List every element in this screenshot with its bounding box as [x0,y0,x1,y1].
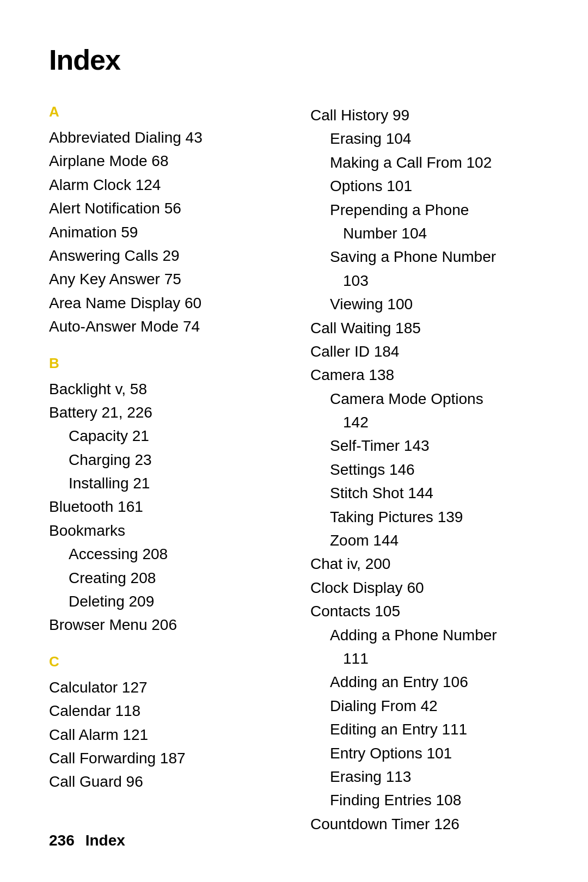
list-item: Deleting 209 [49,590,278,613]
list-item: Zoom 144 [310,529,539,552]
list-item: Erasing 113 [310,765,539,788]
list-item: Answering Calls 29 [49,244,278,267]
list-item: Capacity 21 [49,424,278,448]
list-item: Settings 146 [310,458,539,481]
list-item: Installing 21 [49,471,278,495]
list-item: Bookmarks [49,519,278,542]
list-item: Call Guard 96 [49,770,278,793]
list-item: Dialing From 42 [310,694,539,718]
list-item: 111 [310,647,539,670]
list-item: Call Alarm 121 [49,723,278,746]
list-item: Finding Entries 108 [310,788,539,812]
list-item: Abbreviated Dialing 43 [49,126,278,149]
page-title: Index [49,44,539,76]
page: Index AAbbreviated Dialing 43Airplane Mo… [0,0,588,882]
list-item: Stitch Shot 144 [310,481,539,505]
list-item: Call History 99 [310,103,539,127]
list-item: Self-Timer 143 [310,434,539,457]
section-letter-b: B [49,355,278,372]
footer-label: Index [85,832,125,849]
list-item: Taking Pictures 139 [310,505,539,529]
list-item: Backlight v, 58 [49,377,278,401]
list-item: Calendar 118 [49,699,278,722]
footer-page-number: 236 [49,832,75,849]
list-item: Calculator 127 [49,676,278,699]
list-item: Chat iv, 200 [310,552,539,575]
list-item: Camera Mode Options [310,387,539,411]
list-item: Alarm Clock 124 [49,173,278,197]
list-item: Caller ID 184 [310,340,539,363]
list-item: Making a Call From 102 [310,151,539,174]
list-item: Number 104 [310,222,539,245]
list-item: Call Waiting 185 [310,316,539,340]
list-item: Browser Menu 206 [49,613,278,636]
list-item: Auto-Answer Mode 74 [49,315,278,338]
content-columns: AAbbreviated Dialing 43Airplane Mode 68A… [49,103,539,836]
footer: 236 Index [49,832,539,849]
list-item: Airplane Mode 68 [49,149,278,173]
section-letter-c: C [49,653,278,670]
list-item: Area Name Display 60 [49,291,278,315]
list-item: Any Key Answer 75 [49,267,278,291]
list-item: Editing an Entry 111 [310,718,539,741]
list-item: 142 [310,411,539,434]
list-item: Contacts 105 [310,599,539,623]
list-item: Bluetooth 161 [49,495,278,518]
list-item: Clock Display 60 [310,576,539,599]
list-item: Erasing 104 [310,127,539,150]
list-item: Charging 23 [49,448,278,471]
list-item: Saving a Phone Number [310,245,539,268]
section-letter-a: A [49,103,278,120]
list-item: Animation 59 [49,220,278,244]
list-item: Alert Notification 56 [49,197,278,220]
list-item: Entry Options 101 [310,742,539,765]
left-column: AAbbreviated Dialing 43Airplane Mode 68A… [49,103,278,794]
list-item: 103 [310,269,539,292]
list-item: Options 101 [310,174,539,198]
list-item: Camera 138 [310,363,539,387]
list-item: Call Forwarding 187 [49,746,278,770]
list-item: Creating 208 [49,566,278,590]
list-item: Battery 21, 226 [49,401,278,424]
list-item: Adding an Entry 106 [310,670,539,694]
list-item: Adding a Phone Number [310,623,539,647]
list-item: Accessing 208 [49,542,278,566]
right-column: Call History 99Erasing 104Making a Call … [310,103,539,836]
list-item: Prepending a Phone [310,198,539,222]
list-item: Viewing 100 [310,292,539,316]
